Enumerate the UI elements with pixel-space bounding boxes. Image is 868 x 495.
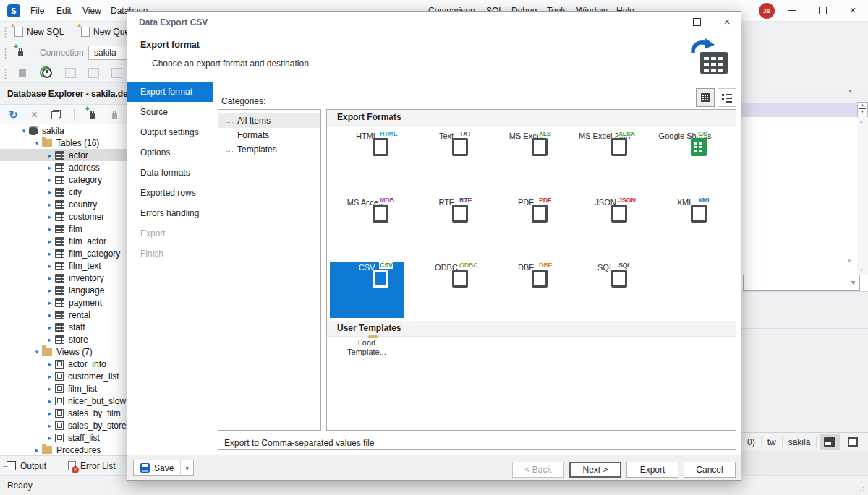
expand-icon[interactable] <box>45 225 55 233</box>
format-tile-text[interactable]: TXT Text <box>409 130 483 186</box>
wizard-step-options[interactable]: Options <box>127 142 213 163</box>
filter-combobox[interactable] <box>743 275 860 291</box>
next-button[interactable]: Next > <box>569 462 621 478</box>
toolbar-grip[interactable] <box>4 27 7 38</box>
expand-icon[interactable] <box>45 311 55 319</box>
format-tile-xml[interactable]: XML XML <box>648 197 722 253</box>
expand-icon[interactable] <box>45 213 55 220</box>
disconnect-icon[interactable] <box>110 110 119 120</box>
dialog-minimize-button[interactable] <box>654 13 678 31</box>
format-tile-ms-excel[interactable]: XLS MS Excel <box>489 130 563 186</box>
expand-icon[interactable] <box>45 250 55 257</box>
import-table-button[interactable] <box>111 68 122 78</box>
expand-icon[interactable] <box>45 410 55 417</box>
dialog-titlebar[interactable]: Data Export CSV <box>127 12 741 33</box>
window-close-button[interactable] <box>842 0 864 21</box>
error-list-button[interactable]: Error List <box>68 461 116 471</box>
category-formats[interactable]: Formats <box>218 128 320 142</box>
format-tile-dbf[interactable]: DBF DBF <box>489 262 563 318</box>
expand-icon[interactable] <box>45 299 55 306</box>
format-tile-rtf[interactable]: RTF RTF <box>409 197 483 253</box>
resize-grip[interactable] <box>856 483 866 493</box>
splitter-button[interactable] <box>857 102 868 118</box>
wizard-step-export-format[interactable]: Export format <box>127 82 213 102</box>
format-tile-ms-access[interactable]: MDB MS Access <box>330 197 404 253</box>
menu-view[interactable]: View <box>82 6 101 16</box>
format-tile-pdf[interactable]: PDF PDF <box>489 197 563 253</box>
wizard-step-data-formats[interactable]: Data formats <box>127 163 213 183</box>
expand-icon[interactable] <box>45 262 55 270</box>
history-button[interactable] <box>42 68 52 78</box>
new-connection-icon[interactable] <box>88 110 97 120</box>
format-tile-ms-excel-2007[interactable]: XLSX MS Excel 2007 <box>569 130 642 186</box>
expand-icon[interactable] <box>45 176 55 184</box>
connection-tag[interactable]: tw <box>762 437 782 447</box>
expand-icon[interactable] <box>45 434 55 442</box>
expand-icon[interactable] <box>45 373 55 380</box>
expand-icon[interactable] <box>45 164 55 171</box>
export-doc-button[interactable] <box>88 68 99 78</box>
cancel-button[interactable]: Cancel <box>684 462 736 478</box>
format-tile-html[interactable]: HTML HTML <box>330 130 404 186</box>
expand-icon[interactable] <box>45 385 55 392</box>
category-templates[interactable]: Templates <box>218 142 320 157</box>
duplicate-icon[interactable] <box>51 110 61 119</box>
output-button[interactable]: Output <box>7 461 46 471</box>
toolbar-separator <box>74 109 75 121</box>
refresh-icon[interactable] <box>9 108 18 121</box>
menu-file[interactable]: File <box>30 6 44 16</box>
list-view-button[interactable] <box>718 88 736 107</box>
toolbar-grip[interactable] <box>4 68 7 79</box>
export-button[interactable]: Export <box>626 462 678 478</box>
wizard-step-source[interactable]: Source <box>127 102 213 122</box>
expand-icon[interactable] <box>45 324 55 331</box>
expand-icon[interactable] <box>45 201 55 208</box>
expand-icon[interactable] <box>32 447 42 454</box>
expand-icon[interactable] <box>45 397 55 405</box>
expand-icon[interactable] <box>45 238 55 245</box>
form-view-button[interactable] <box>820 434 840 450</box>
expand-icon[interactable] <box>32 139 42 147</box>
expand-icon[interactable] <box>45 275 55 282</box>
load-template-tile[interactable]: Load Template... <box>330 338 404 357</box>
expand-icon[interactable] <box>32 348 42 356</box>
expand-icon[interactable] <box>45 336 55 343</box>
new-connection-button[interactable] <box>16 48 25 58</box>
menu-edit[interactable]: Edit <box>56 6 72 16</box>
grid-view-button[interactable] <box>843 434 863 450</box>
save-dropdown-button[interactable] <box>180 460 193 475</box>
thumbnail-view-button[interactable] <box>696 88 715 107</box>
dialog-maximize-button[interactable] <box>684 13 709 31</box>
snippets-button[interactable] <box>65 68 76 78</box>
table-icon <box>55 200 64 209</box>
expand-icon[interactable] <box>19 127 29 134</box>
category-all-items[interactable]: All Items <box>218 113 320 128</box>
stop-button[interactable] <box>19 69 26 77</box>
toolbar-grip[interactable] <box>4 48 7 59</box>
format-tile-sql[interactable]: SQL SQL <box>569 262 642 318</box>
user-avatar[interactable]: JS <box>759 3 775 19</box>
format-tile-csv-selected[interactable]: CSV CSV <box>330 262 404 318</box>
save-template-split-button[interactable]: Save <box>133 460 194 476</box>
window-maximize-button[interactable] <box>812 0 833 21</box>
expand-icon[interactable] <box>45 152 55 159</box>
wizard-step-output-settings[interactable]: Output settings <box>127 122 213 142</box>
format-tile-json[interactable]: JSON JSON <box>569 197 642 253</box>
expand-icon[interactable] <box>45 361 55 368</box>
view-icon <box>55 421 64 430</box>
expand-icon[interactable] <box>45 189 55 196</box>
export-wizard-icon <box>690 38 729 75</box>
format-tile-google-sheets[interactable]: GS Google Sheets <box>648 130 722 186</box>
expand-icon[interactable] <box>45 422 55 429</box>
vertical-scrollbar[interactable] <box>857 117 868 275</box>
new-query-button[interactable]: New Que <box>81 27 129 37</box>
database-name[interactable]: sakila <box>783 437 817 447</box>
format-tile-odbc[interactable]: ODBC ODBC <box>409 262 483 318</box>
expand-icon[interactable] <box>45 287 55 294</box>
dialog-close-button[interactable] <box>715 13 739 31</box>
new-sql-button[interactable]: New SQL <box>14 27 64 37</box>
window-minimize-button[interactable] <box>781 0 803 21</box>
delete-icon[interactable] <box>31 110 38 120</box>
wizard-step-errors-handling[interactable]: Errors handling <box>127 203 213 223</box>
wizard-step-exported-rows[interactable]: Exported rows <box>127 183 213 203</box>
